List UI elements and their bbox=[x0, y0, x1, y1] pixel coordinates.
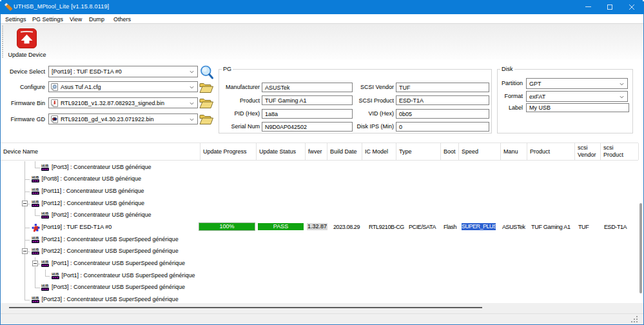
svg-text:HUB: HUB bbox=[41, 212, 48, 215]
svg-text:HUB: HUB bbox=[32, 200, 39, 204]
svg-text:HUB: HUB bbox=[52, 272, 59, 276]
svg-text:HUB: HUB bbox=[32, 236, 39, 240]
svg-text:HUB: HUB bbox=[32, 248, 39, 251]
svg-text:HUB: HUB bbox=[32, 175, 39, 179]
svg-text:HUB: HUB bbox=[41, 260, 48, 264]
svg-text:HUB: HUB bbox=[32, 188, 39, 192]
svg-text:HUB: HUB bbox=[41, 284, 48, 288]
svg-text:HUB: HUB bbox=[32, 296, 39, 300]
svg-text:HUB: HUB bbox=[41, 164, 48, 168]
